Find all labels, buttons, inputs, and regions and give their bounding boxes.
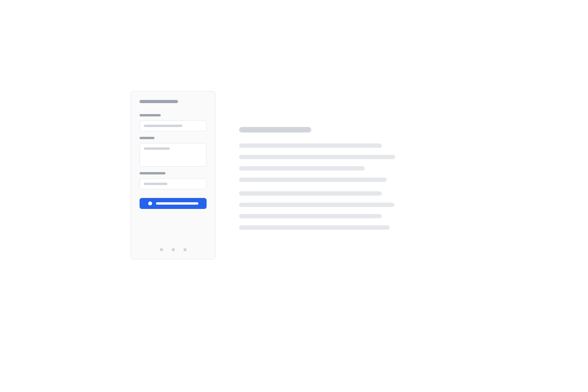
textarea-placeholder bbox=[144, 147, 170, 150]
content-line bbox=[239, 214, 382, 218]
content-line bbox=[239, 191, 382, 196]
input-placeholder-2 bbox=[144, 183, 167, 185]
pagination-dot-2[interactable] bbox=[172, 248, 175, 251]
submit-icon bbox=[148, 201, 152, 205]
pagination-dot-3[interactable] bbox=[183, 248, 187, 251]
input-placeholder-1 bbox=[144, 125, 182, 127]
text-input-2[interactable] bbox=[140, 178, 207, 189]
form-group-1 bbox=[140, 114, 207, 131]
content-area bbox=[239, 91, 395, 260]
field-label-3 bbox=[140, 172, 165, 174]
form-title bbox=[140, 100, 178, 103]
submit-label bbox=[156, 202, 198, 205]
form-panel bbox=[131, 91, 216, 260]
pagination-dot-1[interactable] bbox=[160, 248, 163, 251]
content-heading bbox=[239, 127, 311, 132]
form-group-3 bbox=[140, 172, 207, 189]
content-line bbox=[239, 203, 394, 207]
content-line bbox=[239, 143, 382, 148]
content-paragraph-1 bbox=[239, 143, 395, 182]
content-paragraph-2 bbox=[239, 191, 395, 230]
content-line bbox=[239, 225, 390, 230]
content-line bbox=[239, 178, 387, 182]
content-line bbox=[239, 155, 395, 159]
submit-button[interactable] bbox=[140, 198, 207, 209]
field-label-1 bbox=[140, 114, 161, 116]
content-line bbox=[239, 166, 365, 171]
textarea-input[interactable] bbox=[140, 143, 207, 167]
form-group-2 bbox=[140, 137, 207, 167]
text-input-1[interactable] bbox=[140, 120, 207, 131]
field-label-2 bbox=[140, 137, 154, 139]
pagination-dots bbox=[160, 248, 187, 251]
